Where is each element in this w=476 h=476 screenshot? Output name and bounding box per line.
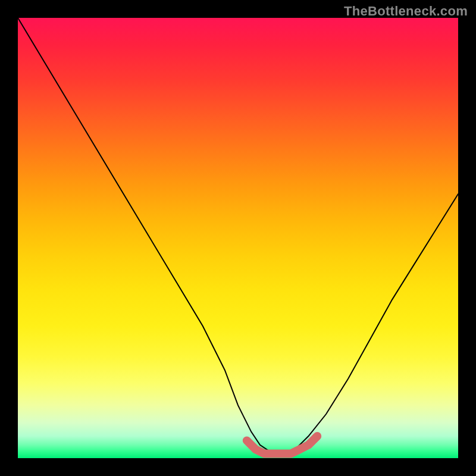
watermark-text: TheBottleneck.com [344,4,468,19]
bottleneck-curve [18,18,458,454]
chart-svg [18,18,458,458]
chart-frame: TheBottleneck.com [0,0,476,476]
plot-area [18,18,458,458]
highlight-band [247,436,317,454]
